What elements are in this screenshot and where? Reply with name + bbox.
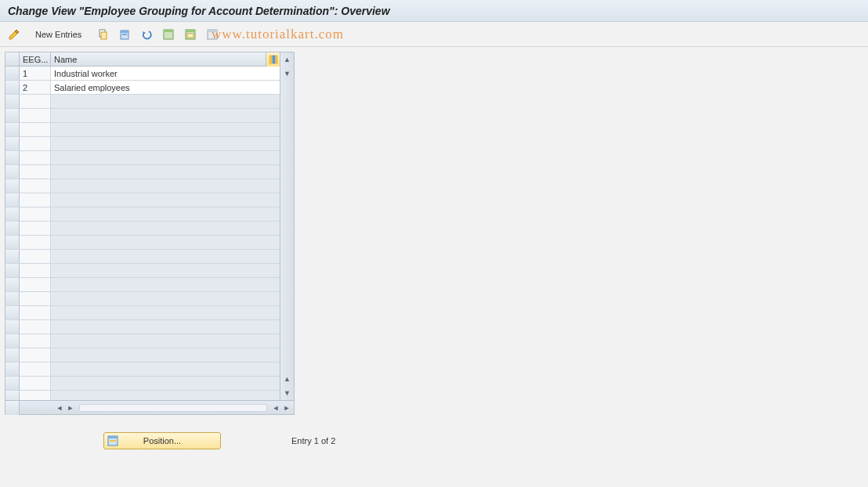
scroll-left-icon[interactable]: ◄: [54, 402, 65, 413]
table-row[interactable]: 1Industrial worker: [5, 67, 280, 81]
cell-name[interactable]: Industrial worker: [51, 67, 280, 80]
copy-as-button[interactable]: [93, 26, 112, 43]
scroll-left-small-icon[interactable]: ◄: [270, 402, 281, 413]
vertical-scrollbar[interactable]: ▲ ▼ ▲ ▼: [280, 52, 294, 400]
cell-eeg[interactable]: 1: [20, 67, 51, 80]
table-row-empty[interactable]: [5, 306, 280, 320]
cell-eeg[interactable]: [20, 193, 51, 207]
cell-eeg[interactable]: [20, 222, 51, 235]
new-entries-button[interactable]: New Entries: [27, 26, 90, 43]
row-selector[interactable]: [5, 363, 20, 376]
table-row-empty[interactable]: [5, 292, 280, 306]
cell-name[interactable]: [51, 292, 280, 305]
scroll-up-icon[interactable]: ▲: [281, 53, 294, 66]
cell-eeg[interactable]: [20, 391, 51, 400]
cell-name[interactable]: [51, 391, 280, 400]
scroll-down-icon[interactable]: ▼: [281, 387, 294, 399]
row-selector[interactable]: [5, 137, 20, 150]
cell-eeg[interactable]: [20, 109, 51, 122]
row-selector[interactable]: [5, 222, 20, 235]
cell-name[interactable]: Salaried employees: [51, 81, 280, 94]
cell-eeg[interactable]: [20, 264, 51, 277]
cell-eeg[interactable]: [20, 377, 51, 390]
cell-eeg[interactable]: [20, 292, 51, 305]
cell-name[interactable]: [51, 306, 280, 319]
table-row-empty[interactable]: [5, 348, 280, 363]
toggle-edit-button[interactable]: [5, 26, 24, 43]
row-selector[interactable]: [5, 348, 20, 362]
table-row-empty[interactable]: [5, 320, 280, 334]
cell-eeg[interactable]: [20, 123, 51, 136]
cell-name[interactable]: [51, 236, 280, 249]
row-selector[interactable]: [5, 250, 20, 263]
col-eeg[interactable]: EEG...: [20, 52, 51, 66]
cell-name[interactable]: [51, 250, 280, 263]
table-row-empty[interactable]: [5, 193, 280, 207]
row-selector[interactable]: [5, 81, 20, 94]
cell-eeg[interactable]: [20, 207, 51, 221]
cell-name[interactable]: [51, 377, 280, 390]
cell-eeg[interactable]: 2: [20, 81, 51, 94]
table-row-empty[interactable]: [5, 109, 280, 123]
scroll-down-small-icon[interactable]: ▼: [281, 67, 294, 80]
cell-eeg[interactable]: [20, 236, 51, 249]
row-selector[interactable]: [5, 123, 20, 136]
hscroll-track[interactable]: [79, 404, 267, 412]
cell-name[interactable]: [51, 264, 280, 277]
cell-eeg[interactable]: [20, 278, 51, 291]
table-row-empty[interactable]: [5, 391, 280, 400]
cell-name[interactable]: [51, 165, 280, 179]
row-selector[interactable]: [5, 391, 20, 400]
table-row-empty[interactable]: [5, 95, 280, 109]
cell-name[interactable]: [51, 278, 280, 291]
cell-eeg[interactable]: [20, 95, 51, 108]
scroll-right-icon[interactable]: ►: [281, 402, 292, 413]
cell-name[interactable]: [51, 95, 280, 108]
select-all-button[interactable]: [159, 26, 178, 43]
table-row-empty[interactable]: [5, 123, 280, 137]
row-selector[interactable]: [5, 334, 20, 348]
cell-eeg[interactable]: [20, 165, 51, 179]
table-row-empty[interactable]: [5, 377, 280, 391]
cell-eeg[interactable]: [20, 348, 51, 362]
row-selector[interactable]: [5, 320, 20, 334]
select-all-rows[interactable]: [5, 52, 20, 66]
undo-button[interactable]: [137, 26, 156, 43]
table-row-empty[interactable]: [5, 363, 280, 377]
table-row-empty[interactable]: [5, 179, 280, 193]
cell-eeg[interactable]: [20, 137, 51, 150]
deselect-all-button[interactable]: [203, 26, 222, 43]
table-row-empty[interactable]: [5, 250, 280, 264]
cell-name[interactable]: [51, 207, 280, 221]
table-row[interactable]: 2Salaried employees: [5, 81, 280, 95]
table-row-empty[interactable]: [5, 264, 280, 278]
row-selector[interactable]: [5, 292, 20, 305]
row-selector[interactable]: [5, 377, 20, 390]
table-row-empty[interactable]: [5, 222, 280, 236]
cell-name[interactable]: [51, 348, 280, 362]
row-selector[interactable]: [5, 207, 20, 221]
row-selector[interactable]: [5, 306, 20, 319]
row-selector[interactable]: [5, 278, 20, 291]
delete-button[interactable]: [115, 26, 134, 43]
table-config-icon[interactable]: [266, 52, 280, 67]
row-selector[interactable]: [5, 264, 20, 277]
cell-eeg[interactable]: [20, 151, 51, 164]
row-selector[interactable]: [5, 95, 20, 108]
table-row-empty[interactable]: [5, 165, 280, 179]
table-row-empty[interactable]: [5, 334, 280, 348]
cell-eeg[interactable]: [20, 250, 51, 263]
cell-eeg[interactable]: [20, 179, 51, 193]
cell-name[interactable]: [51, 193, 280, 207]
cell-eeg[interactable]: [20, 306, 51, 319]
horizontal-scrollbar[interactable]: ◄ ► ◄ ►: [5, 400, 294, 414]
cell-name[interactable]: [51, 334, 280, 348]
cell-eeg[interactable]: [20, 320, 51, 334]
position-button[interactable]: Position...: [103, 432, 221, 449]
table-row-empty[interactable]: [5, 151, 280, 165]
cell-name[interactable]: [51, 320, 280, 334]
cell-name[interactable]: [51, 123, 280, 136]
select-block-button[interactable]: [181, 26, 200, 43]
cell-name[interactable]: [51, 222, 280, 235]
scroll-up-small-icon[interactable]: ▲: [281, 373, 294, 385]
